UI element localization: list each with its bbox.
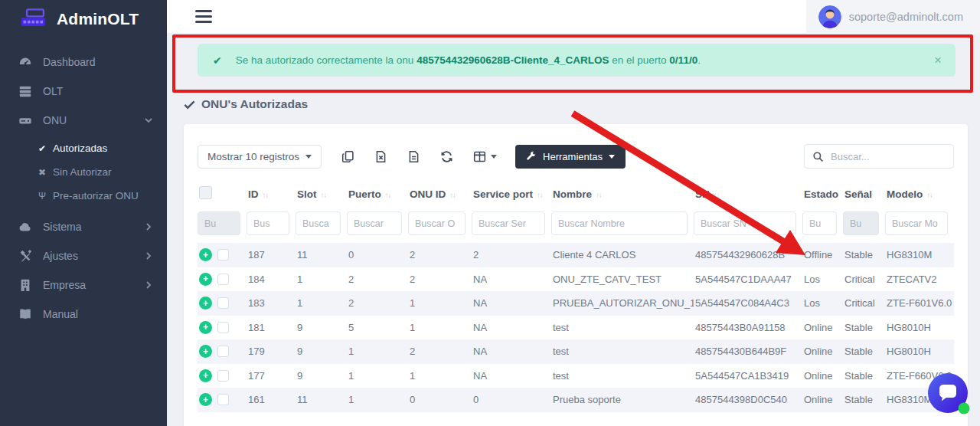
column-header-onu-id[interactable]: ONU ID↑↓ (408, 179, 472, 208)
cell-sn: 485754430B644B9F (694, 339, 802, 364)
chat-widget-button[interactable] (927, 372, 970, 415)
add-plus-icon[interactable]: + (199, 297, 212, 310)
filter-input-service-port[interactable] (472, 211, 545, 235)
row-actions-cell: + (198, 243, 247, 267)
table-body: +18711022Cliente 4 CARLOS485754432960628… (198, 243, 954, 412)
select-all-checkbox[interactable] (199, 186, 212, 199)
filter-input-nombre[interactable] (551, 211, 688, 235)
chevron-down-icon (144, 116, 153, 125)
row-checkbox[interactable] (217, 322, 229, 333)
cell-onu-id: 1 (408, 364, 472, 388)
user-menu[interactable]: soporte@adminolt.com (806, 0, 980, 34)
alert-close-button[interactable]: × (934, 54, 942, 67)
add-plus-icon[interactable]: + (199, 345, 212, 358)
export-excel-button[interactable] (374, 150, 387, 163)
menu-toggle-button[interactable] (195, 10, 212, 26)
table-row: +179912NAtest485754430B644B9FOnlineStabl… (198, 339, 954, 364)
column-header-puerto[interactable]: Puerto↑↓ (347, 179, 408, 208)
search-input[interactable] (831, 151, 946, 162)
column-header-nombre[interactable]: Nombre↑↓ (551, 179, 694, 208)
sidebar-item-sistema[interactable]: Sistema (0, 212, 167, 241)
add-plus-icon[interactable]: + (199, 248, 212, 261)
filter-cell (296, 208, 347, 243)
row-checkbox[interactable] (217, 370, 229, 382)
sidebar-item-label: ONU (43, 114, 67, 126)
refresh-icon (440, 150, 453, 163)
sidebar-subitem-sin-autorizar[interactable]: ✖ Sin Autorizar (0, 160, 167, 184)
row-checkbox[interactable] (217, 249, 229, 261)
cell-senal: Stable (843, 339, 885, 364)
add-plus-icon[interactable]: + (199, 273, 212, 286)
column-header-sn[interactable]: SN↑↓ (694, 179, 802, 208)
add-plus-icon[interactable]: + (199, 321, 212, 334)
filter-input-slot[interactable] (296, 211, 341, 235)
sort-icon[interactable]: ↑↓ (596, 191, 602, 199)
sidebar-item-dashboard[interactable]: Dashboard (0, 48, 167, 77)
add-plus-icon[interactable]: + (199, 393, 212, 406)
sidebar-item-ajustes[interactable]: Ajustes (0, 241, 167, 270)
sidebar-item-onu[interactable]: ONU (0, 106, 167, 135)
add-plus-icon[interactable]: + (199, 369, 212, 382)
cell-sn: 5A544547C1DAAA47 (694, 267, 802, 292)
sort-icon[interactable]: ↑↓ (263, 191, 269, 199)
filter-input-onu-id[interactable] (408, 211, 466, 235)
tools-dropdown-button[interactable]: Herramientas (515, 145, 626, 169)
cell-onu-id: 1 (408, 291, 472, 316)
row-checkbox[interactable] (217, 394, 229, 405)
row-checkbox[interactable] (217, 346, 229, 357)
filter-input-estado[interactable] (802, 211, 837, 235)
filter-cell (472, 208, 551, 243)
cell-modelo: HG8010H (885, 339, 954, 364)
sidebar-item-empresa[interactable]: Empresa (0, 270, 167, 300)
filter-input-puerto[interactable] (347, 211, 402, 235)
cell-slot: 9 (296, 364, 347, 388)
row-actions-cell: + (198, 316, 247, 340)
row-checkbox[interactable] (217, 274, 229, 285)
filter-cell (843, 208, 885, 243)
filter-input-actions (198, 211, 240, 235)
sidebar-item-olt[interactable]: OLT (0, 77, 167, 106)
filter-input-id[interactable] (247, 211, 289, 235)
sidebar-subitem-pre-autorizar-onu[interactable]: Ψ Pre-autorizar ONU (0, 184, 167, 208)
column-visibility-button[interactable] (473, 150, 497, 163)
row-checkbox[interactable] (217, 297, 229, 309)
row-actions-cell: + (198, 291, 247, 316)
sort-icon[interactable]: ↑↓ (385, 191, 391, 199)
filter-cell (551, 208, 694, 243)
cell-senal: Stable (843, 316, 885, 340)
export-file-button[interactable] (407, 150, 420, 163)
column-header-id[interactable]: ID↑↓ (247, 179, 296, 208)
copy-button[interactable] (341, 150, 354, 163)
plug-icon: Ψ (38, 191, 46, 202)
filter-cell (198, 208, 247, 243)
sidebar-subitem-label: Sin Autorizar (53, 166, 112, 178)
table-filter-row (198, 208, 954, 243)
column-header-slot[interactable]: Slot↑↓ (296, 179, 347, 208)
sort-icon[interactable]: ↑↓ (321, 191, 327, 199)
column-header-estado: Estado (802, 179, 843, 208)
brand-logo[interactable]: AdminOLT (0, 0, 167, 38)
column-header-modelo[interactable]: Modelo↑↓ (885, 179, 954, 208)
sort-icon[interactable]: ↑↓ (449, 191, 456, 199)
sidebar-item-manual[interactable]: Manual (0, 300, 167, 329)
sort-icon[interactable]: ↑↓ (537, 191, 543, 199)
search-icon (812, 151, 824, 162)
cloud-icon (18, 220, 32, 234)
page-length-select[interactable]: Mostrar 10 registros (198, 145, 322, 169)
caret-down-icon (491, 155, 497, 159)
sidebar-subitem-autorizadas[interactable]: ✔ Autorizadas (0, 136, 167, 160)
filter-input-sn[interactable] (694, 211, 796, 235)
sort-icon[interactable]: ↑↓ (926, 191, 933, 199)
select-all-header (198, 179, 247, 208)
column-header-service-port[interactable]: Service port↑↓ (472, 179, 551, 208)
chevron-right-icon (144, 280, 153, 290)
cell-senal: Critical (843, 291, 885, 316)
sort-icon[interactable]: ↑↓ (714, 191, 720, 199)
filter-input-modelo[interactable] (885, 211, 948, 235)
cell-onu-id: 1 (408, 316, 472, 340)
table-row: +177911NAtest5A544547CA1B3419OnlineStabl… (198, 364, 954, 388)
refresh-button[interactable] (440, 150, 453, 163)
cell-id: 179 (247, 339, 296, 364)
alert-check-icon: ✔ (213, 54, 222, 67)
cell-onu-id: 2 (408, 339, 472, 364)
